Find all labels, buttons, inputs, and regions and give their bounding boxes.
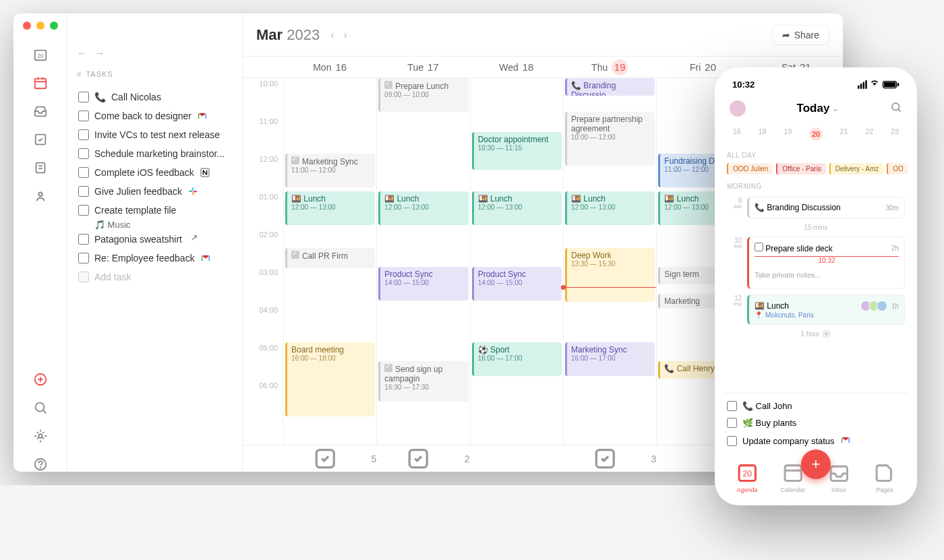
allday-chip[interactable]: Delivery - Amz (829, 163, 883, 175)
calendar-event[interactable]: Call PR Firm (285, 248, 375, 268)
task-item[interactable]: Invite VCs to test next release (77, 125, 233, 144)
calendar-event[interactable]: Marketing Sync16:00 — 17:00 (565, 342, 655, 376)
day-column[interactable]: Prepare Lunch09:00 — 10:00🍱 Lunch12:00 —… (376, 78, 469, 445)
allday-chip[interactable]: OOO Julien (727, 163, 773, 175)
add-in-gap-icon[interactable]: + (822, 330, 831, 338)
calendar-event[interactable]: 🍱 Lunch12:00 — 13:00 (565, 191, 655, 225)
calendar-event[interactable]: 🍱 Lunch12:00 — 13:00 (472, 191, 562, 225)
tasks-icon[interactable] (33, 132, 48, 147)
task-checkbox[interactable] (78, 234, 89, 245)
task-checkbox[interactable] (78, 167, 89, 178)
task-item[interactable]: Come back to designer (77, 106, 233, 125)
mobile-date[interactable]: 21 (840, 127, 848, 141)
task-item[interactable]: Create template file (77, 201, 233, 220)
calendar-event[interactable]: Send sign up campagin16:30 — 17:30 (378, 361, 468, 402)
mobile-event-branding[interactable]: 📞 Branding Discussion30m (747, 197, 905, 218)
mobile-task[interactable]: 🌿 Buy plants (727, 414, 905, 431)
calendar-event[interactable]: Product Sync14:00 — 15:00 (472, 267, 562, 301)
day-header[interactable]: Tue 17 (376, 57, 469, 77)
calendar-event[interactable]: Doctor appointment10:30 — 11:15 (472, 132, 562, 170)
calendar-event[interactable]: 🍱 Lunch12:00 — 13:00 (285, 191, 375, 225)
add-task[interactable]: Add task (77, 268, 233, 286)
mobile-search-icon[interactable] (890, 101, 902, 116)
task-item[interactable]: Re: Employee feedback (77, 249, 233, 268)
calendar-event[interactable]: Marketing Sync11:00 — 12:00 (285, 154, 375, 187)
mobile-fab-add[interactable]: + (801, 449, 831, 479)
task-checkbox[interactable] (78, 92, 89, 102)
notes-icon[interactable] (33, 160, 48, 175)
task-item[interactable]: Complete iOS feedback (77, 163, 233, 182)
contacts-icon[interactable] (33, 189, 48, 204)
footer-count[interactable]: 5 (283, 445, 376, 472)
event-checkbox[interactable] (755, 243, 763, 251)
task-checkbox[interactable] (78, 253, 89, 263)
day-column[interactable]: Marketing Sync11:00 — 12:00🍱 Lunch12:00 … (283, 78, 376, 445)
calendar-event[interactable]: 📞 Branding Discussio (565, 78, 655, 96)
task-item[interactable]: Patagonia sweatshirt (77, 230, 233, 249)
back-arrow-icon[interactable]: ← (77, 47, 88, 59)
task-checkbox[interactable] (78, 148, 89, 159)
task-checkbox[interactable] (78, 129, 89, 140)
calendar-event[interactable]: Prepare Lunch09:00 — 10:00 (378, 78, 468, 112)
settings-icon[interactable] (33, 429, 48, 443)
mobile-event-slide-deck[interactable]: Prepare slide deck2h 10:32 Take private … (747, 237, 905, 289)
day-column[interactable]: Doctor appointment10:30 — 11:15🍱 Lunch12… (470, 78, 563, 445)
tab-pages[interactable]: Pages (868, 460, 902, 485)
mobile-date[interactable]: 23 (891, 127, 899, 141)
add-icon[interactable] (33, 372, 48, 387)
mobile-task[interactable]: 📞 Call John (727, 398, 905, 414)
calendar-event[interactable]: Product Sync14:00 — 15:00 (378, 267, 468, 301)
day-column[interactable]: 📞 Branding DiscussioPrepare partnership … (563, 78, 656, 445)
event-location[interactable]: 📍Mokonuts, Paris (755, 311, 899, 319)
time-tick: 03:00 (243, 267, 283, 305)
event-notes[interactable]: Take private notes... (755, 267, 899, 283)
task-checkbox[interactable] (727, 401, 737, 411)
today-icon[interactable]: 20 (33, 47, 48, 62)
avatar[interactable] (730, 100, 746, 117)
day-header[interactable]: Thu 19 (563, 57, 656, 77)
tab-agenda[interactable]: 20Agenda (731, 460, 764, 485)
mobile-date-row[interactable]: 16181920212223 (724, 125, 908, 148)
task-checkbox[interactable] (78, 186, 89, 197)
task-item[interactable]: Give Julien feedback (77, 182, 233, 201)
mobile-date[interactable]: 20 (809, 127, 823, 141)
mobile-date[interactable]: 18 (759, 127, 767, 141)
close-dot[interactable] (23, 22, 31, 30)
footer-count[interactable] (470, 445, 563, 472)
day-header[interactable]: Wed 18 (470, 57, 563, 77)
task-checkbox[interactable] (78, 205, 89, 216)
mobile-title[interactable]: Today⌄ (797, 102, 839, 115)
share-button[interactable]: ➦ Share (772, 25, 829, 45)
calendar-event[interactable]: 🍱 Lunch12:00 — 13:00 (378, 191, 468, 225)
calendar-event[interactable]: ⚽ Sport16:00 — 17:00 (472, 342, 562, 376)
allday-chip[interactable]: Office - Paris (776, 163, 826, 175)
task-checkbox[interactable] (727, 418, 737, 428)
mobile-timeline[interactable]: 9AM 📞 Branding Discussion30m 15 mins 10A… (724, 194, 908, 393)
svg-rect-32 (883, 82, 895, 88)
task-checkbox[interactable] (727, 436, 737, 446)
task-checkbox[interactable] (78, 111, 89, 121)
next-week-icon[interactable]: › (344, 29, 347, 41)
forward-arrow-icon[interactable]: → (94, 47, 105, 59)
task-item[interactable]: Schedule marketing brainstor... (77, 144, 233, 163)
calendar-event[interactable]: Deep Work13:30 — 15:30 (565, 248, 655, 302)
calendar-event[interactable]: Prepare partnership agreement10:00 — 12:… (565, 112, 655, 166)
footer-count[interactable]: 2 (376, 445, 469, 472)
mobile-date[interactable]: 16 (733, 127, 741, 141)
maximize-dot[interactable] (50, 22, 58, 30)
mobile-date[interactable]: 19 (784, 127, 792, 141)
footer-count[interactable]: 3 (563, 445, 656, 472)
minimize-dot[interactable] (36, 22, 45, 30)
inbox-icon[interactable] (33, 104, 48, 119)
mobile-event-lunch[interactable]: 🍱 Lunch 1h 📍Mokonuts, Paris (747, 294, 905, 325)
prev-week-icon[interactable]: ‹ (330, 29, 334, 41)
mobile-task[interactable]: Update company status (727, 431, 905, 451)
allday-chip[interactable]: OO (887, 163, 908, 175)
calendar-icon[interactable] (33, 75, 48, 90)
task-item[interactable]: 📞 Call Nicolas (77, 88, 233, 106)
day-header[interactable]: Mon 16 (283, 57, 376, 77)
calendar-event[interactable]: Board meeting16:00 — 18:00 (285, 342, 375, 416)
mobile-date[interactable]: 22 (865, 127, 873, 141)
search-icon[interactable] (33, 400, 48, 415)
help-icon[interactable] (33, 457, 48, 472)
